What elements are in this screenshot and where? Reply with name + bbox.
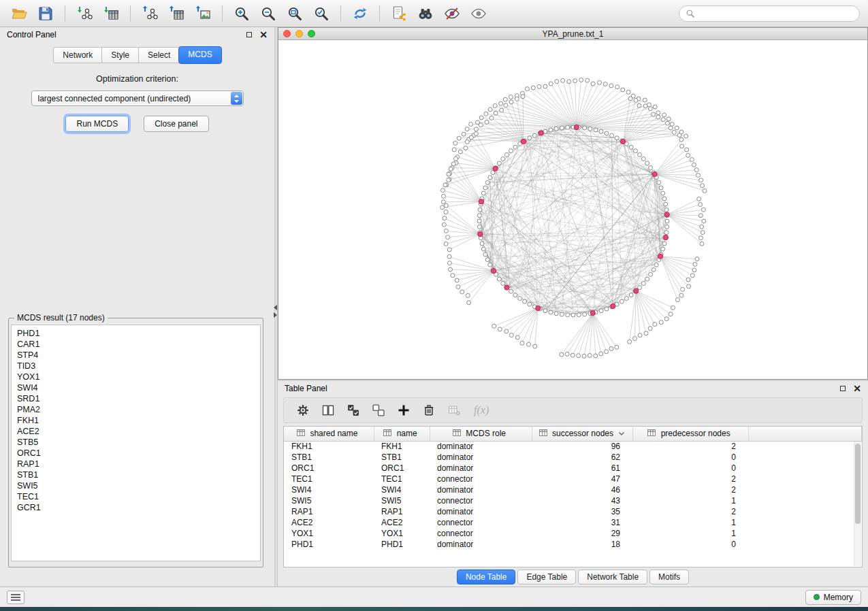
select-all-icon[interactable] [347, 403, 360, 417]
table-panel: Table Panel ✕ [278, 381, 868, 587]
table-cell-filler [748, 495, 862, 506]
mcds-result-item[interactable]: TID3 [17, 361, 255, 371]
export-network-button[interactable] [139, 3, 161, 24]
open-file-button[interactable] [8, 3, 30, 24]
import-network-icon [76, 5, 93, 22]
zoom-out-button[interactable] [257, 3, 279, 24]
column-header-successor-nodes[interactable]: successor nodes [532, 427, 632, 441]
panel-splitter[interactable] [274, 27, 278, 587]
network-canvas[interactable] [278, 40, 867, 379]
table-row[interactable]: ORC1ORC1dominator610 [284, 463, 862, 474]
zoom-fit-button[interactable] [284, 3, 306, 24]
export-image-button[interactable] [192, 3, 214, 24]
refresh-view-button[interactable] [349, 3, 371, 24]
tab-motifs[interactable]: Motifs [649, 569, 689, 584]
float-panel-icon[interactable] [246, 32, 252, 37]
mcds-result-item[interactable]: SWI4 [17, 382, 255, 393]
run-mcds-button[interactable]: Run MCDS [65, 116, 129, 132]
network-graph[interactable] [278, 40, 867, 379]
deselect-all-icon[interactable] [372, 403, 385, 417]
save-session-button[interactable] [35, 3, 57, 24]
mcds-result-item[interactable]: TEC1 [17, 491, 255, 502]
float-table-panel-icon[interactable] [840, 386, 846, 391]
tab-node-table[interactable]: Node Table [457, 569, 516, 584]
tab-mcds[interactable]: MCDS [178, 46, 221, 64]
table-settings-gear-icon[interactable] [296, 403, 310, 417]
hide-selected-button[interactable] [441, 3, 463, 24]
mcds-result-item[interactable]: PHD1 [17, 328, 255, 339]
tab-network[interactable]: Network [53, 47, 101, 63]
panel-menu-button[interactable] [7, 591, 25, 604]
import-network-button[interactable] [74, 3, 95, 24]
memory-status-icon [814, 594, 820, 600]
column-type-icon [297, 429, 305, 436]
mcds-result-list[interactable]: PHD1CAR1STP4TID3YOX1SWI4SRD1PMA2FKH1ACE2… [11, 325, 261, 561]
memory-button[interactable]: Memory [805, 590, 861, 605]
function-builder-icon: f(x) [474, 404, 489, 416]
table-row[interactable]: SWI4SWI4dominator462 [284, 484, 862, 495]
criterion-dropdown[interactable]: largest connected component (undirected) [31, 90, 244, 106]
table-cell-name: FKH1 [374, 441, 430, 452]
mcds-result-item[interactable]: PMA2 [17, 404, 255, 415]
zoom-selected-button[interactable] [310, 3, 332, 24]
table-cell-shared-name: SWI4 [284, 484, 374, 495]
close-panel-icon[interactable]: ✕ [259, 31, 268, 38]
mcds-result-item[interactable]: FKH1 [17, 415, 255, 426]
mcds-result-item[interactable]: SRD1 [17, 393, 255, 404]
mcds-result-item[interactable]: RAP1 [17, 459, 255, 469]
table-cell-successor-nodes: 62 [532, 452, 632, 463]
table-scrollbar-thumb[interactable] [855, 444, 861, 524]
mcds-result-item[interactable]: GCR1 [17, 502, 255, 513]
column-header-mcds-role[interactable]: MCDS role [430, 427, 532, 441]
export-table-button[interactable] [165, 3, 187, 24]
splitter-collapse-icon[interactable] [274, 305, 277, 318]
column-header-predecessor-nodes[interactable]: predecessor nodes [632, 427, 748, 441]
table-row[interactable]: RAP1RAP1dominator352 [284, 506, 862, 517]
show-columns-icon[interactable] [321, 403, 335, 417]
close-panel-button[interactable]: Close panel [144, 116, 208, 132]
import-table-button[interactable] [100, 3, 122, 24]
tab-select[interactable]: Select [138, 47, 179, 63]
table-cell-predecessor-nodes: 0 [632, 452, 748, 463]
show-all-button[interactable] [468, 3, 489, 24]
tab-edge-table[interactable]: Edge Table [517, 569, 576, 584]
delete-column-icon[interactable] [422, 403, 436, 417]
table-row[interactable]: STB1STB1dominator620 [284, 452, 862, 463]
find-in-network-button[interactable] [415, 3, 436, 24]
search-input[interactable] [699, 9, 853, 18]
table-cell-successor-nodes: 43 [532, 495, 632, 506]
close-table-panel-icon[interactable]: ✕ [853, 385, 861, 392]
table-row[interactable]: FKH1FKH1dominator962 [284, 441, 862, 452]
table-row[interactable]: ACE2ACE2connector311 [284, 517, 862, 528]
table-row[interactable]: SWI5SWI5connector431 [284, 495, 862, 506]
column-header-shared-name[interactable]: shared name [284, 427, 374, 441]
mcds-result-item[interactable]: STP4 [17, 350, 255, 361]
column-header-name[interactable]: name [374, 427, 430, 441]
mcds-result-item[interactable]: CAR1 [17, 339, 255, 350]
mcds-result-item[interactable]: ACE2 [17, 426, 255, 437]
search-box[interactable] [679, 5, 860, 22]
mcds-result-item[interactable]: STB5 [17, 437, 255, 448]
add-column-icon[interactable] [397, 403, 411, 417]
sort-descending-icon [618, 431, 625, 436]
open-folder-icon [11, 5, 27, 22]
mcds-result-item[interactable]: STB1 [17, 469, 255, 480]
zoom-in-button[interactable] [231, 3, 253, 24]
table-row[interactable]: PHD1PHD1dominator180 [284, 539, 862, 550]
export-network-document-button[interactable] [388, 3, 410, 24]
table-cell-predecessor-nodes: 2 [632, 484, 748, 495]
toolbar-separator [222, 5, 223, 22]
control-panel-tabs: Network Style Select MCDS [0, 47, 274, 63]
mcds-result-item[interactable]: SWI5 [17, 480, 255, 491]
table-cell-mcds-role: dominator [430, 452, 532, 463]
table-row[interactable]: YOX1YOX1connector291 [284, 528, 862, 539]
tab-style[interactable]: Style [101, 47, 138, 63]
network-window-titlebar[interactable]: YPA_prune.txt_1 [278, 28, 867, 40]
mcds-result-item[interactable]: YOX1 [17, 371, 255, 382]
table-scrollbar[interactable] [854, 442, 861, 566]
clear-table-icon-disabled [447, 403, 461, 417]
tab-network-table[interactable]: Network Table [578, 569, 647, 584]
table-row[interactable]: TEC1TEC1connector472 [284, 474, 862, 484]
memory-label: Memory [824, 593, 853, 602]
mcds-result-item[interactable]: ORC1 [17, 448, 255, 459]
